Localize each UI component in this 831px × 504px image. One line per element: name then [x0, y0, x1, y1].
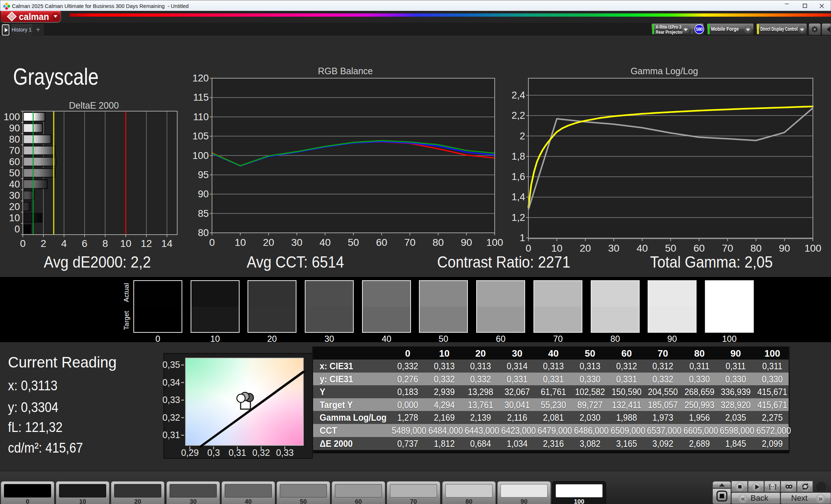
svg-text:50: 50	[348, 237, 359, 248]
svg-text:50: 50	[665, 243, 676, 254]
svg-text:90: 90	[9, 123, 20, 134]
svg-text:2,4: 2,4	[511, 90, 525, 101]
svg-text:70: 70	[404, 237, 415, 248]
svg-text:90: 90	[779, 243, 790, 254]
svg-text:40: 40	[319, 237, 331, 248]
svg-text:10: 10	[9, 213, 20, 223]
svg-text:0,32: 0,32	[162, 412, 180, 423]
svg-text:10: 10	[551, 243, 562, 254]
svg-text:10: 10	[120, 238, 131, 249]
svg-text:30: 30	[608, 243, 619, 254]
svg-text:DeltaE 2000: DeltaE 2000	[69, 100, 119, 110]
svg-text:90: 90	[461, 237, 472, 248]
svg-text:Gamma Log/Log: Gamma Log/Log	[631, 66, 698, 76]
svg-text:100: 100	[805, 243, 822, 254]
svg-text:10: 10	[234, 237, 246, 248]
svg-text:1,8: 1,8	[511, 151, 525, 162]
svg-text:80: 80	[9, 134, 20, 145]
svg-text:2,2: 2,2	[511, 110, 525, 121]
svg-text:100: 100	[192, 150, 209, 161]
svg-text:80: 80	[198, 227, 209, 238]
svg-text:115: 115	[193, 92, 209, 103]
svg-text:1,2: 1,2	[511, 212, 525, 223]
svg-text:100: 100	[4, 112, 20, 122]
svg-text:100: 100	[486, 237, 503, 248]
svg-text:85: 85	[198, 208, 209, 219]
svg-text:RGB Balance: RGB Balance	[318, 66, 373, 76]
svg-text:14: 14	[161, 238, 173, 249]
svg-text:60: 60	[9, 156, 20, 167]
svg-text:20: 20	[579, 243, 591, 254]
svg-text:95: 95	[198, 169, 209, 180]
svg-text:60: 60	[693, 243, 705, 254]
svg-text:0,33: 0,33	[162, 395, 180, 405]
svg-text:1,6: 1,6	[511, 171, 525, 182]
svg-text:0,35: 0,35	[162, 360, 180, 370]
svg-text:20: 20	[263, 237, 274, 248]
svg-text:90: 90	[198, 189, 209, 200]
svg-text:80: 80	[432, 237, 444, 248]
svg-text:0: 0	[14, 224, 20, 235]
svg-text:0: 0	[209, 237, 215, 248]
svg-text:70: 70	[9, 145, 20, 156]
svg-text:12: 12	[141, 238, 152, 249]
svg-text:120: 120	[192, 73, 209, 84]
svg-text:0,31: 0,31	[162, 430, 180, 440]
svg-text:50: 50	[9, 168, 20, 178]
svg-text:0: 0	[525, 243, 531, 254]
svg-text:60: 60	[376, 237, 387, 248]
svg-text:80: 80	[750, 243, 761, 254]
svg-text:6: 6	[82, 238, 88, 249]
svg-text:105: 105	[192, 131, 209, 142]
svg-text:30: 30	[291, 237, 302, 248]
svg-text:8: 8	[102, 238, 108, 249]
svg-text:40: 40	[636, 243, 648, 254]
svg-text:0,34: 0,34	[162, 377, 180, 387]
svg-text:4: 4	[61, 238, 67, 249]
svg-text:40: 40	[9, 179, 20, 190]
svg-text:2: 2	[41, 238, 46, 249]
svg-text:30: 30	[9, 190, 20, 201]
svg-text:70: 70	[722, 243, 733, 254]
svg-text:110: 110	[193, 112, 209, 122]
svg-text:0: 0	[20, 238, 26, 249]
svg-text:20: 20	[9, 201, 20, 212]
svg-text:2: 2	[520, 131, 525, 142]
svg-text:1,4: 1,4	[511, 192, 525, 202]
svg-text:1: 1	[520, 232, 525, 243]
